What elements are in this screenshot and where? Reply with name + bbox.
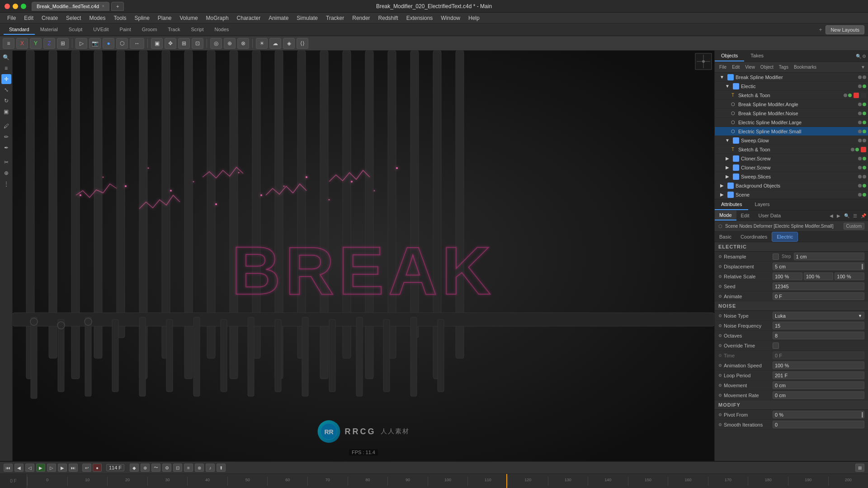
toolbar-snap-btn[interactable]: ⊡	[192, 38, 203, 49]
tool-move[interactable]: ✛	[1, 74, 11, 84]
obj-sweep-slices[interactable]: ▶ Sweep.Slices	[715, 172, 868, 181]
attr-slider-pivot[interactable]	[862, 412, 863, 418]
pt-bookmarks[interactable]: Bookmarks	[792, 64, 818, 70]
tool-more[interactable]: ⋮	[1, 179, 11, 189]
obj-background-objects[interactable]: ▶ Background Objects	[715, 181, 868, 190]
pt-tags[interactable]: Tags	[777, 64, 790, 70]
toolbar-render2-btn[interactable]: ⊕	[224, 38, 236, 49]
toolbar-grid-btn[interactable]: ⊞	[178, 38, 190, 49]
panel-search-icon[interactable]: 🔍	[856, 54, 861, 59]
obj-vis11[interactable]	[858, 166, 862, 169]
obj-cloner-screw-1[interactable]: ▶ Cloner.Screw	[715, 154, 868, 163]
obj-vis-dot[interactable]	[858, 75, 862, 79]
attr-relscale-z[interactable]: 100 %	[835, 272, 864, 280]
obj-vis8[interactable]	[858, 139, 862, 142]
menu-redshift[interactable]: Redshift	[375, 14, 402, 22]
obj-green5[interactable]	[863, 112, 866, 115]
tl-prev-key[interactable]: ◁	[25, 464, 34, 472]
obj-break-angle[interactable]: ⬡ Break Spline Modifer.Angle	[715, 100, 868, 109]
toolbar-light-btn[interactable]: ☀	[256, 38, 268, 49]
toolbar-x-btn[interactable]: X	[16, 38, 28, 49]
viewport[interactable]: BREAK	[13, 51, 714, 461]
tab-close-button[interactable]: ×	[102, 4, 104, 9]
obj-gray12[interactable]	[863, 175, 866, 178]
obj-vis3[interactable]	[844, 94, 847, 97]
menu-select[interactable]: Select	[62, 14, 85, 22]
add-layout-icon[interactable]: +	[819, 27, 822, 33]
menu-window[interactable]: Window	[437, 14, 464, 22]
obj-vis14[interactable]	[858, 193, 862, 197]
tl-expand-btn[interactable]: ⊞	[855, 464, 864, 472]
menu-tools[interactable]: Tools	[110, 14, 130, 22]
tab-standard[interactable]: Standard	[4, 25, 35, 35]
attr-value-noisefreq[interactable]: 15	[773, 322, 864, 329]
attr-value-octaves[interactable]: 8	[773, 332, 864, 339]
obj-break-spline-modifier[interactable]: ▼ Break Spline Modifier	[715, 73, 868, 82]
obj-vis9[interactable]	[851, 148, 854, 151]
attr-tab-coords[interactable]: Coordinates	[736, 232, 772, 241]
tool-brush[interactable]: ✏	[1, 132, 11, 142]
obj-vis12[interactable]	[858, 175, 862, 178]
menu-help[interactable]: Help	[465, 14, 483, 22]
toolbar-sphere-btn[interactable]: ●	[103, 38, 114, 49]
tl-goto-end[interactable]: ⏭	[69, 464, 78, 472]
tab-script[interactable]: Script	[185, 25, 209, 35]
timeline-ruler[interactable]: 0 F 0 10 20 30 40 50 60 70 80 90 100 110…	[0, 474, 868, 488]
obj-electic[interactable]: ▼ Electic	[715, 82, 868, 91]
attr-value-pivotfrom[interactable]: 0 %	[773, 411, 864, 418]
toolbar-z-btn[interactable]: Z	[43, 38, 55, 49]
obj-vis10[interactable]	[858, 157, 862, 160]
attr-value-seed[interactable]: 12345	[773, 282, 864, 290]
tab-groom[interactable]: Groom	[137, 25, 163, 35]
attr-value-animate[interactable]: 0 F	[773, 292, 864, 300]
obj-sweep-glow[interactable]: ▼ Sweep.Glow	[715, 136, 868, 145]
obj-green7[interactable]	[863, 130, 866, 133]
attr-step-value[interactable]: 1 cm	[794, 253, 864, 260]
toolbar-file-btn[interactable]: ≡	[3, 38, 14, 49]
menu-render[interactable]: Render	[349, 14, 373, 22]
attr-tab-userdata[interactable]: User Data	[754, 211, 786, 220]
obj-vis7[interactable]	[858, 130, 862, 133]
toolbar-coord-btn[interactable]: ⊞	[57, 38, 69, 49]
tl-sync-btn[interactable]: ⊗	[195, 464, 204, 472]
toolbar-render-btn[interactable]: ◎	[210, 38, 222, 49]
pt-object[interactable]: Object	[759, 64, 775, 70]
obj-green10[interactable]	[863, 157, 866, 160]
attr-tab-edit[interactable]: Edit	[736, 211, 754, 220]
attr-relscale-y[interactable]: 100 %	[804, 272, 834, 280]
menu-create[interactable]: Create	[38, 14, 61, 22]
tl-curve-btn[interactable]: 〜	[151, 464, 160, 472]
menu-simulate[interactable]: Simulate	[293, 14, 321, 22]
new-layouts-button[interactable]: New Layouts	[826, 25, 864, 34]
new-tab-button[interactable]: +	[111, 2, 124, 11]
toolbar-select-btn[interactable]: ▣	[151, 38, 163, 49]
attr-tab-mode[interactable]: Mode	[715, 211, 736, 221]
toolbar-y-btn[interactable]: Y	[30, 38, 42, 49]
obj-electric-small[interactable]: ⬡ Electric Spline Modifer.Small	[715, 127, 868, 136]
toolbar-cam-btn[interactable]: 📷	[89, 38, 101, 49]
tl-sound-btn[interactable]: ♪	[206, 464, 215, 472]
obj-vis4[interactable]	[858, 103, 862, 106]
menu-mograph[interactable]: MoGraph	[203, 14, 232, 22]
tab-takes[interactable]: Takes	[744, 51, 770, 61]
attr-dropdown-noisetype[interactable]: Luka ▼	[773, 312, 864, 319]
attr-tab-basic[interactable]: Basic	[715, 232, 736, 241]
menu-spline[interactable]: Spline	[131, 14, 153, 22]
tl-step-fwd[interactable]: ▶	[58, 464, 67, 472]
toolbar-mat-btn[interactable]: ◈	[283, 38, 295, 49]
obj-sketch-toon-1[interactable]: T Sketch & Toon	[715, 91, 868, 100]
tab-paint[interactable]: Paint	[114, 25, 137, 35]
menu-animate[interactable]: Animate	[265, 14, 292, 22]
toolbar-transform-btn[interactable]: ✥	[165, 38, 176, 49]
obj-green2[interactable]	[863, 84, 866, 88]
obj-vis5[interactable]	[858, 112, 862, 115]
tool-knife[interactable]: ✂	[1, 157, 11, 167]
obj-sketch-toon-2[interactable]: T Sketch & Toon	[715, 145, 868, 154]
pt-edit[interactable]: Edit	[730, 64, 741, 70]
obj-green6[interactable]	[863, 121, 866, 124]
attr-value-animspeed[interactable]: 100 %	[773, 361, 864, 369]
menu-modes[interactable]: Modes	[85, 14, 109, 22]
tl-config-btn[interactable]: ⚙	[162, 464, 171, 472]
attr-value-smoothiter[interactable]: 0	[773, 421, 864, 428]
attr-slider-displacement[interactable]	[862, 264, 863, 269]
